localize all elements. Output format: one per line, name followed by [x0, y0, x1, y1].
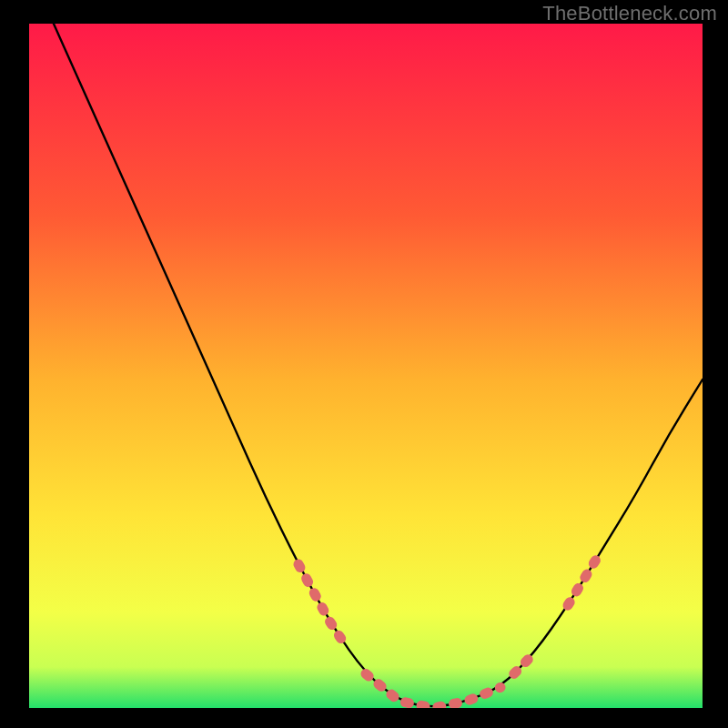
- plot-background: [29, 24, 703, 708]
- chart-canvas: TheBottleneck.com: [0, 0, 728, 728]
- watermark-text: TheBottleneck.com: [542, 2, 717, 25]
- chart-svg: [0, 0, 728, 728]
